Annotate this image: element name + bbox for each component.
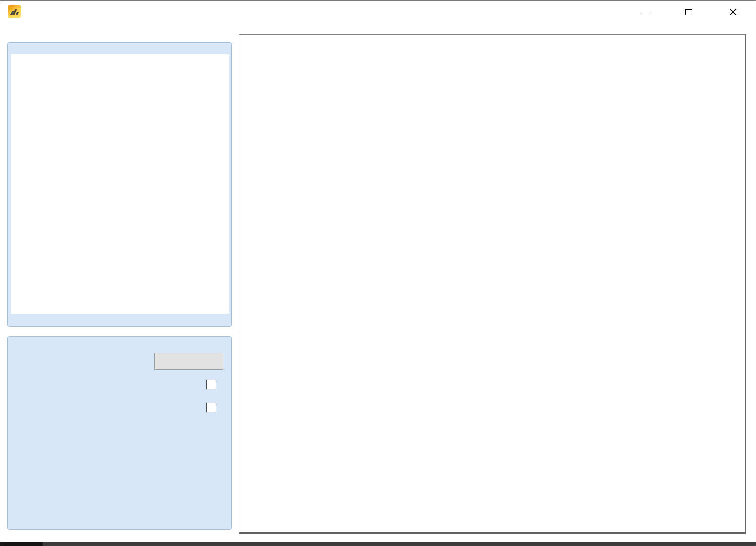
maximize-icon xyxy=(685,9,692,15)
controls-groupbox xyxy=(7,336,232,530)
graphs-list[interactable] xyxy=(11,54,229,314)
response-and-subject-allocation-chart xyxy=(239,35,745,532)
minimize-icon xyxy=(641,12,648,12)
close-button[interactable] xyxy=(722,2,744,22)
app-logo-icon xyxy=(8,5,21,18)
chart-panel xyxy=(239,34,746,534)
show-row-factors-row xyxy=(206,402,220,413)
minimize-button[interactable] xyxy=(634,2,656,22)
title-bar xyxy=(0,1,756,24)
graphs-groupbox xyxy=(7,42,232,327)
app-window: { "window": { "title": "Cts-Cts1 - Per S… xyxy=(0,0,756,546)
maximize-button[interactable] xyxy=(677,2,699,22)
taskbar-strip xyxy=(0,542,756,546)
close-icon xyxy=(729,8,737,16)
show-row-factors-checkbox[interactable] xyxy=(206,403,216,412)
space-doses-evenly-checkbox[interactable] xyxy=(206,380,216,389)
space-doses-evenly-row xyxy=(206,379,220,390)
set-y-axes-button[interactable] xyxy=(154,353,223,370)
